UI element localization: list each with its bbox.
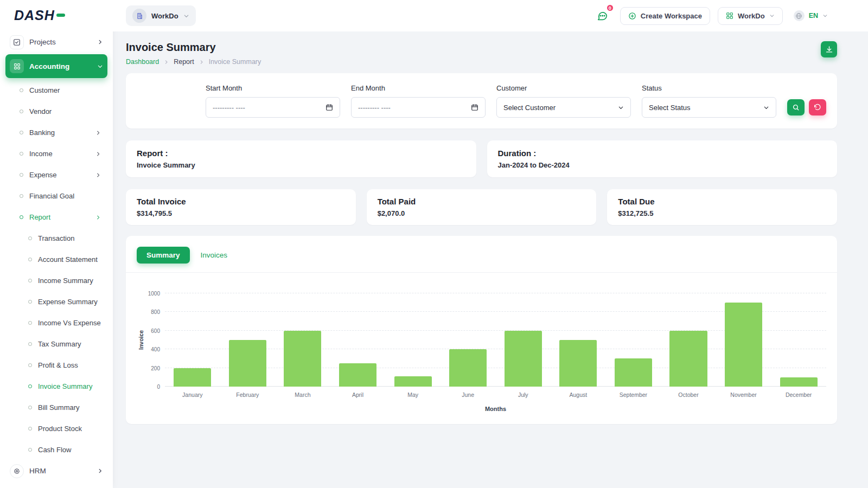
bar-column-april bbox=[330, 293, 386, 387]
globe-icon bbox=[794, 10, 805, 21]
bar-column-june bbox=[441, 293, 496, 387]
chevron-down-icon bbox=[763, 105, 769, 111]
report-value: Invoice Summary bbox=[137, 161, 465, 169]
bullet-icon bbox=[28, 258, 32, 261]
messages-button[interactable]: 0 bbox=[592, 5, 612, 26]
bar-february[interactable] bbox=[229, 340, 266, 387]
language-selector[interactable]: EN bbox=[790, 6, 831, 25]
sidebar-item-accounting[interactable]: Accounting bbox=[5, 54, 107, 78]
bullet-icon bbox=[28, 321, 32, 325]
x-tick-label: October bbox=[661, 391, 716, 398]
customer-select-value: Select Customer bbox=[503, 104, 556, 112]
bar-august[interactable] bbox=[559, 340, 597, 387]
sidebar-item-customer[interactable]: Customer bbox=[5, 80, 107, 101]
app-root: DASH Projects Accounting bbox=[0, 0, 868, 488]
building-icon bbox=[132, 9, 146, 23]
reset-filter-button[interactable] bbox=[809, 99, 826, 115]
download-button[interactable] bbox=[821, 41, 837, 57]
sidebar-item-label: Tax Summary bbox=[38, 340, 81, 348]
x-tick-label: November bbox=[716, 391, 771, 398]
sidebar-item-report[interactable]: Report bbox=[5, 207, 107, 228]
bar-column-november bbox=[716, 293, 771, 387]
sidebar-item-banking[interactable]: Banking bbox=[5, 122, 107, 143]
bullet-icon bbox=[28, 300, 32, 304]
bullet-icon bbox=[28, 406, 32, 409]
sidebar-item-label: Expense Summary bbox=[38, 298, 98, 306]
chevron-right-icon bbox=[95, 215, 101, 220]
page-head: Invoice Summary Dashboard Report Invoice… bbox=[126, 41, 837, 66]
sidebar-item-label: Income Vs Expense bbox=[38, 319, 101, 327]
bar-july[interactable] bbox=[505, 331, 542, 387]
x-tick-label: January bbox=[165, 391, 220, 398]
chart-y-axis-title: Invoice bbox=[137, 293, 145, 387]
search-icon bbox=[792, 104, 800, 111]
customer-select[interactable]: Select Customer bbox=[496, 97, 631, 118]
end-month-field: End Month --------- ---- bbox=[351, 84, 486, 118]
sidebar-item-tax-summary[interactable]: Tax Summary bbox=[5, 333, 107, 355]
bar-september[interactable] bbox=[615, 358, 652, 387]
sidebar-item-projects[interactable]: Projects bbox=[5, 31, 107, 53]
sidebar-item-product-stock[interactable]: Product Stock bbox=[5, 418, 107, 439]
bar-april[interactable] bbox=[339, 363, 376, 387]
sidebar-item-income[interactable]: Income bbox=[5, 143, 107, 164]
app-logo[interactable]: DASH bbox=[0, 0, 113, 30]
sidebar-item-label: Account Statement bbox=[38, 255, 98, 264]
create-workspace-button[interactable]: Create Workspace bbox=[620, 7, 710, 25]
sidebar-nav: Projects Accounting Customer bbox=[0, 30, 113, 488]
end-month-input[interactable]: --------- ---- bbox=[351, 97, 486, 118]
sidebar-item-bill-summary[interactable]: Bill Summary bbox=[5, 397, 107, 418]
chevron-right-icon bbox=[97, 468, 103, 474]
y-tick-label: 800 bbox=[151, 309, 160, 315]
sidebar-item-label: Bill Summary bbox=[38, 403, 80, 412]
bullet-icon bbox=[28, 427, 32, 431]
sidebar-item-income-summary[interactable]: Income Summary bbox=[5, 270, 107, 291]
y-tick-label: 600 bbox=[151, 328, 160, 333]
tab-summary[interactable]: Summary bbox=[137, 247, 190, 264]
sidebar-item-invoice-summary[interactable]: Invoice Summary bbox=[5, 376, 107, 397]
bar-column-august bbox=[551, 293, 606, 387]
sidebar-item-vendor[interactable]: Vendor bbox=[5, 101, 107, 122]
sidebar-item-cash-flow[interactable]: Cash Flow bbox=[5, 439, 107, 460]
customer-label: Customer bbox=[496, 84, 631, 92]
bar-november[interactable] bbox=[725, 303, 762, 387]
bullet-icon bbox=[28, 342, 32, 346]
start-month-value: --------- ---- bbox=[213, 104, 245, 112]
total-paid-value: $2,070.0 bbox=[378, 209, 586, 217]
breadcrumb-report[interactable]: Report bbox=[174, 58, 194, 66]
chart-tabs: Summary Invoices bbox=[137, 247, 826, 264]
total-due-value: $312,725.5 bbox=[618, 209, 826, 217]
status-select[interactable]: Select Status bbox=[642, 97, 776, 118]
sidebar-item-financial-goal[interactable]: Financial Goal bbox=[5, 185, 107, 207]
sidebar-item-expense-summary[interactable]: Expense Summary bbox=[5, 291, 107, 312]
page-content: Invoice Summary Dashboard Report Invoice… bbox=[113, 31, 868, 488]
total-paid-label: Total Paid bbox=[378, 197, 586, 206]
workspace-selector[interactable]: WorkDo bbox=[126, 5, 196, 26]
apply-filter-button[interactable] bbox=[787, 99, 805, 115]
bar-december[interactable] bbox=[780, 377, 818, 387]
chevron-down-icon bbox=[822, 13, 828, 18]
workdo-menu-label: WorkDo bbox=[738, 12, 765, 20]
workdo-menu-button[interactable]: WorkDo bbox=[718, 7, 783, 25]
bar-column-january bbox=[165, 293, 220, 387]
report-info-row: Report : Invoice Summary Duration : Jan-… bbox=[126, 140, 837, 177]
bar-october[interactable] bbox=[669, 331, 707, 387]
workspace-name: WorkDo bbox=[151, 12, 178, 20]
chevron-down-icon bbox=[97, 63, 103, 69]
start-month-input[interactable]: --------- ---- bbox=[206, 97, 340, 118]
bar-may[interactable] bbox=[394, 376, 432, 387]
calendar-icon bbox=[471, 104, 478, 111]
sidebar-item-profit-loss[interactable]: Profit & Loss bbox=[5, 355, 107, 376]
breadcrumb-dashboard[interactable]: Dashboard bbox=[126, 58, 159, 66]
bar-june[interactable] bbox=[449, 349, 487, 387]
sidebar-item-expense[interactable]: Expense bbox=[5, 164, 107, 185]
x-tick-label: February bbox=[220, 391, 276, 398]
sidebar-item-income-vs-expense[interactable]: Income Vs Expense bbox=[5, 312, 107, 333]
tab-invoices[interactable]: Invoices bbox=[195, 247, 233, 264]
duration-label: Duration : bbox=[498, 149, 827, 158]
bar-march[interactable] bbox=[284, 331, 321, 387]
sidebar-item-hrm[interactable]: HRM bbox=[5, 460, 107, 481]
sidebar-item-transaction[interactable]: Transaction bbox=[5, 228, 107, 249]
bar-january[interactable] bbox=[174, 368, 211, 387]
sidebar-item-account-statement[interactable]: Account Statement bbox=[5, 249, 107, 270]
bullet-icon bbox=[28, 363, 32, 367]
